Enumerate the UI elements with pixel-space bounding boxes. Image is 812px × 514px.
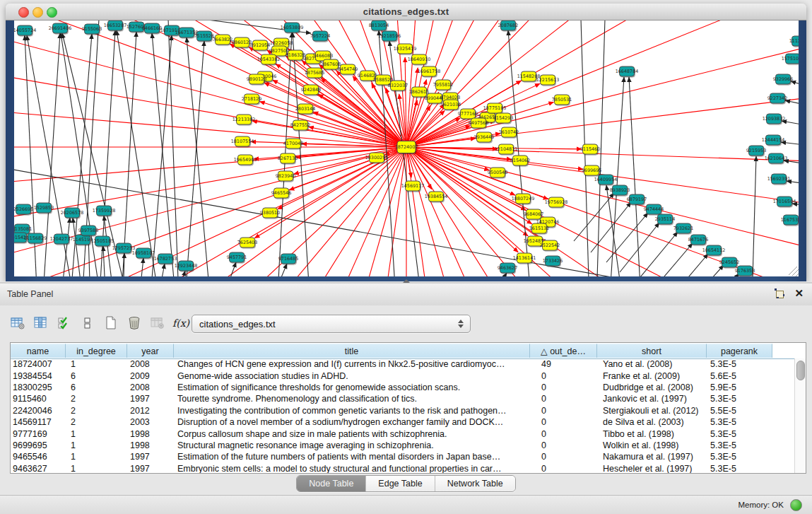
row-height-icon[interactable] xyxy=(80,315,95,331)
table-row[interactable]: 969969511998Structural magnetic resonanc… xyxy=(11,440,795,451)
graph-node[interactable]: 1167533 xyxy=(781,215,799,225)
network-svg[interactable]: 1405572420691406915506310653287152760264… xyxy=(14,21,799,276)
graph-node[interactable]: 10654112 xyxy=(702,245,726,255)
graph-node[interactable]: 8154062 xyxy=(510,156,530,165)
vertical-scrollbar[interactable] xyxy=(794,358,806,473)
new-column-icon[interactable] xyxy=(103,315,119,331)
table-row[interactable]: 1872400712008Changes of HCN gene express… xyxy=(11,358,795,370)
graph-node[interactable]: 8267130 xyxy=(278,153,298,163)
graph-node[interactable]: 10653287 xyxy=(104,21,127,30)
graph-node[interactable]: 6497568 xyxy=(469,118,488,128)
graph-node[interactable]: 9329966 xyxy=(773,74,793,84)
graph-node[interactable]: 9242848 xyxy=(301,85,321,95)
graph-node[interactable]: 9890123 xyxy=(247,74,266,84)
graph-node[interactable]: 19384554 xyxy=(425,192,448,201)
graph-node[interactable]: 1529853 xyxy=(34,203,54,213)
table-row[interactable]: 1830029562008Estimation of significance … xyxy=(11,382,795,393)
delete-column-icon[interactable] xyxy=(126,315,142,331)
graph-node[interactable]: 9380510 xyxy=(260,208,280,218)
graph-node[interactable]: 9155063 xyxy=(82,24,102,34)
graph-node[interactable]: 7625403 xyxy=(237,238,257,247)
graph-node[interactable]: 18107554 xyxy=(231,136,254,146)
graph-node[interactable]: 14136141 xyxy=(513,253,536,263)
table-row[interactable]: 1456911722003Disruption of a novel membe… xyxy=(11,416,795,428)
graph-node[interactable]: 1875685 xyxy=(305,68,324,78)
graph-node[interactable]: 7663822 xyxy=(213,35,233,45)
graph-node[interactable]: 9245652 xyxy=(719,257,739,267)
graph-node[interactable]: 15751074 xyxy=(782,54,799,64)
column-header-title[interactable]: title xyxy=(174,344,530,358)
graph-node[interactable]: 2087682 xyxy=(498,21,518,30)
graph-node[interactable]: 9699695 xyxy=(582,165,601,175)
table-selector-dropdown[interactable]: citations_edges.txt xyxy=(192,315,471,333)
table-row[interactable]: 911546021997Tourette syndrome. Phenomeno… xyxy=(11,393,795,404)
network-canvas[interactable]: 1405572420691406915506310653287152760264… xyxy=(14,21,799,276)
graph-node[interactable]: 2718129 xyxy=(242,94,261,104)
graph-node[interactable]: 7955812 xyxy=(433,80,453,90)
graph-node[interactable]: 9823940 xyxy=(276,171,295,181)
graph-node[interactable]: 9465546 xyxy=(271,188,291,198)
graph-node[interactable]: 9474444 xyxy=(644,204,664,214)
graph-node[interactable]: 12444154 xyxy=(762,135,785,145)
graph-node[interactable]: 1610742 xyxy=(499,127,519,137)
graph-node[interactable]: 9215953 xyxy=(746,146,766,156)
graph-node[interactable]: 19654903 xyxy=(234,155,257,165)
graph-node[interactable]: 16648784 xyxy=(616,66,639,76)
graph-node[interactable]: 9500548 xyxy=(488,168,507,177)
graph-node[interactable]: 9115460 xyxy=(580,144,600,154)
graph-node[interactable]: 2935114 xyxy=(655,214,675,224)
graph-node[interactable]: 8427552 xyxy=(290,120,310,130)
graph-node[interactable]: 7850531 xyxy=(552,95,572,105)
function-builder-icon[interactable]: f(x) xyxy=(173,315,189,331)
table-row[interactable]: 977716911998Corpus callosum shape and si… xyxy=(11,428,795,439)
window-titlebar[interactable]: citations_edges.txt xyxy=(6,4,806,21)
graph-node[interactable]: 9716485 xyxy=(278,254,298,264)
graph-node[interactable]: 6879197 xyxy=(627,194,647,204)
graph-node[interactable]: 9154293 xyxy=(493,113,513,123)
graph-node[interactable]: 14569117 xyxy=(401,181,425,191)
graph-node[interactable]: 1615132 xyxy=(529,223,549,233)
graph-node[interactable]: 15692391 xyxy=(767,174,791,184)
graph-node[interactable]: 7957224 xyxy=(310,31,330,41)
tab-node-table[interactable]: Node Table xyxy=(297,476,366,491)
graph-node[interactable]: 9457791 xyxy=(227,252,247,262)
graph-node[interactable]: 7932621 xyxy=(673,223,693,233)
table-row[interactable]: 1938455462009Genome-wide association stu… xyxy=(11,370,795,381)
graph-node[interactable]: 8938923 xyxy=(610,185,630,195)
graph-node[interactable]: 8860123 xyxy=(232,37,252,47)
graph-node[interactable]: 2803144 xyxy=(295,104,315,114)
column-header-short[interactable]: short xyxy=(597,344,707,358)
graph-node[interactable]: 2936449 xyxy=(474,132,494,142)
graph-node[interactable]: 1145193 xyxy=(73,235,93,245)
graph-node[interactable]: 8813054 xyxy=(369,21,389,30)
graph-node[interactable]: 7515526 xyxy=(194,31,214,41)
graph-node[interactable]: 1733426 xyxy=(543,256,563,266)
graph-node[interactable]: 17359928 xyxy=(93,206,116,216)
graph-node[interactable]: 20691406 xyxy=(49,23,72,33)
graph-node[interactable]: 16961758 xyxy=(418,66,441,76)
graph-node[interactable]: 9176358 xyxy=(735,266,755,276)
graph-node[interactable]: 16210643 xyxy=(765,153,788,163)
graph-node[interactable]: 8912954 xyxy=(250,40,270,50)
table-mode-icon[interactable] xyxy=(10,315,25,331)
table-row[interactable]: 2242004622012Investigating the contribut… xyxy=(11,405,795,416)
column-header-name[interactable]: name xyxy=(11,344,66,358)
graph-node[interactable]: 9621034 xyxy=(441,100,461,110)
column-header-year[interactable]: year xyxy=(127,344,174,358)
graph-node[interactable]: 16053809 xyxy=(281,23,304,33)
graph-node[interactable]: 17016504 xyxy=(773,197,796,206)
graph-node[interactable]: 12505185 xyxy=(91,236,114,246)
graph-node[interactable]: 2522542 xyxy=(540,240,560,250)
graph-node[interactable]: 9227342 xyxy=(767,93,787,103)
close-panel-icon[interactable]: ✕ xyxy=(794,288,804,298)
tab-edge-table[interactable]: Edge Table xyxy=(366,476,435,491)
graph-node[interactable]: 18640910 xyxy=(408,54,431,64)
column-header-in_degree[interactable]: in_degree xyxy=(66,344,127,358)
graph-node[interactable]: 2526695 xyxy=(14,204,33,214)
table-row[interactable]: 946362711997Embryonic stem cells: a mode… xyxy=(11,463,795,473)
graph-node[interactable]: 9777169 xyxy=(458,109,478,119)
graph-node[interactable]: 19218596 xyxy=(378,31,401,41)
graph-node[interactable]: 12104811 xyxy=(495,144,518,154)
graph-node[interactable]: 6466160 xyxy=(142,23,162,33)
graph-node[interactable]: 12213382 xyxy=(233,115,256,124)
